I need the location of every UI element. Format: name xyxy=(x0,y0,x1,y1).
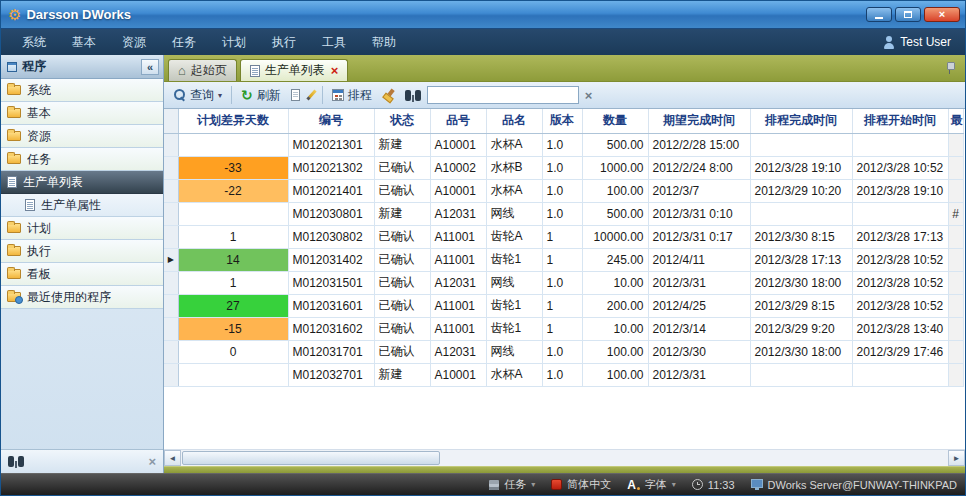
table-row[interactable]: M012032701新建A10001水杯A1.0100.002012/3/31 xyxy=(164,363,963,386)
status-font[interactable]: A 字体 ▾ xyxy=(627,477,676,492)
table-row[interactable]: M012030801新建A12031网线1.0500.002012/3/31 0… xyxy=(164,202,963,225)
cell-expect[interactable]: 2012/4/25 xyxy=(648,294,750,317)
cell-diff[interactable]: 1 xyxy=(178,271,288,294)
cell-sched_start[interactable]: 2012/3/29 17:46 xyxy=(852,340,948,363)
new-button[interactable] xyxy=(287,87,304,103)
cell-part_name[interactable]: 齿轮1 xyxy=(486,248,542,271)
cell-qty[interactable]: 10.00 xyxy=(582,317,648,340)
cell-sched_end[interactable] xyxy=(750,363,852,386)
tab-close-icon[interactable]: × xyxy=(331,64,339,77)
cell-expect[interactable]: 2012/3/31 xyxy=(648,271,750,294)
cell-sched_end[interactable] xyxy=(750,133,852,156)
cell-sched_start[interactable]: 2012/3/28 10:52 xyxy=(852,156,948,179)
cell-diff[interactable]: 27 xyxy=(178,294,288,317)
sidebar-item[interactable]: 最近使用的程序 xyxy=(1,286,163,309)
menu-item-1[interactable]: 系统 xyxy=(9,34,59,51)
cell-part_no[interactable]: A12031 xyxy=(430,271,486,294)
table-row[interactable]: 1M012031501已确认A12031网线1.010.002012/3/312… xyxy=(164,271,963,294)
status-language[interactable]: 简体中文 xyxy=(551,477,611,492)
column-header[interactable]: 期望完成时间 xyxy=(648,109,750,133)
cell-sched_end[interactable]: 2012/3/28 19:10 xyxy=(750,156,852,179)
cell-part_no[interactable]: A11001 xyxy=(430,248,486,271)
cell-version[interactable]: 1.0 xyxy=(542,179,582,202)
cell-no[interactable]: M012030801 xyxy=(288,202,374,225)
column-header[interactable]: 计划差异天数 xyxy=(178,109,288,133)
cell-sched_start[interactable] xyxy=(852,133,948,156)
cell-diff[interactable] xyxy=(178,133,288,156)
cell-part_no[interactable]: A10001 xyxy=(430,363,486,386)
table-row[interactable]: -15M012031602已确认A11001齿轮1110.002012/3/14… xyxy=(164,317,963,340)
cell-diff[interactable]: 14 xyxy=(178,248,288,271)
cell-sched_start[interactable]: 2012/3/28 10:52 xyxy=(852,248,948,271)
column-header[interactable]: 品名 xyxy=(486,109,542,133)
cell-status[interactable]: 已确认 xyxy=(374,294,430,317)
cell-part_name[interactable]: 网线 xyxy=(486,340,542,363)
query-button[interactable]: 查询 ▾ xyxy=(170,85,226,106)
cell-status[interactable]: 新建 xyxy=(374,363,430,386)
menu-item-3[interactable]: 资源 xyxy=(109,34,159,51)
cell-part_name[interactable]: 齿轮A xyxy=(486,225,542,248)
table-row[interactable]: -22M012021401已确认A10001水杯A1.0100.002012/3… xyxy=(164,179,963,202)
sidebar-item[interactable]: 资源 xyxy=(1,125,163,148)
cell-status[interactable]: 新建 xyxy=(374,133,430,156)
cell-extra[interactable] xyxy=(948,225,963,248)
cell-extra[interactable] xyxy=(948,156,963,179)
column-header[interactable]: 编号 xyxy=(288,109,374,133)
brush-button[interactable] xyxy=(378,87,399,104)
column-header[interactable]: 数量 xyxy=(582,109,648,133)
cell-status[interactable]: 已确认 xyxy=(374,179,430,202)
cell-part_no[interactable]: A10001 xyxy=(430,133,486,156)
cell-sched_end[interactable]: 2012/3/28 17:13 xyxy=(750,248,852,271)
edit-button[interactable] xyxy=(306,87,317,103)
table-row[interactable]: 0M012031701已确认A12031网线1.0100.002012/3/30… xyxy=(164,340,963,363)
cell-diff[interactable]: 1 xyxy=(178,225,288,248)
cell-no[interactable]: M012021301 xyxy=(288,133,374,156)
cell-diff[interactable] xyxy=(178,202,288,225)
cell-qty[interactable]: 10000.00 xyxy=(582,225,648,248)
sidebar-item[interactable]: 基本 xyxy=(1,102,163,125)
sidebar-item[interactable]: 系统 xyxy=(1,79,163,102)
maximize-button[interactable] xyxy=(895,7,921,22)
column-header[interactable]: 状态 xyxy=(374,109,430,133)
cell-status[interactable]: 已确认 xyxy=(374,225,430,248)
cell-part_name[interactable]: 水杯A xyxy=(486,133,542,156)
scrollbar-thumb[interactable] xyxy=(182,451,440,465)
menu-item-2[interactable]: 基本 xyxy=(59,34,109,51)
cell-no[interactable]: M012031701 xyxy=(288,340,374,363)
pin-icon[interactable] xyxy=(945,62,955,74)
schedule-button[interactable]: 排程 xyxy=(328,85,376,106)
cell-qty[interactable]: 245.00 xyxy=(582,248,648,271)
cell-qty[interactable]: 200.00 xyxy=(582,294,648,317)
cell-part_name[interactable]: 齿轮1 xyxy=(486,294,542,317)
cell-extra[interactable] xyxy=(948,133,963,156)
table-row[interactable]: 1M012030802已确认A11001齿轮A110000.002012/3/3… xyxy=(164,225,963,248)
cell-status[interactable]: 已确认 xyxy=(374,271,430,294)
cell-no[interactable]: M012021302 xyxy=(288,156,374,179)
cell-sched_start[interactable]: 2012/3/28 19:10 xyxy=(852,179,948,202)
cell-sched_end[interactable]: 2012/3/30 8:15 xyxy=(750,225,852,248)
cell-expect[interactable]: 2012/3/14 xyxy=(648,317,750,340)
cell-extra[interactable] xyxy=(948,248,963,271)
cell-version[interactable]: 1.0 xyxy=(542,363,582,386)
cell-expect[interactable]: 2012/3/7 xyxy=(648,179,750,202)
status-task[interactable]: 任务 ▾ xyxy=(489,477,535,492)
cell-no[interactable]: M012031601 xyxy=(288,294,374,317)
minimize-button[interactable] xyxy=(866,7,892,22)
cell-extra[interactable] xyxy=(948,340,963,363)
cell-version[interactable]: 1.0 xyxy=(542,340,582,363)
menu-item-5[interactable]: 计划 xyxy=(209,34,259,51)
cell-diff[interactable]: -33 xyxy=(178,156,288,179)
tab-production-order-list[interactable]: 生产单列表 × xyxy=(240,59,349,81)
cell-sched_end[interactable]: 2012/3/29 10:20 xyxy=(750,179,852,202)
sidebar-item[interactable]: 看板 xyxy=(1,263,163,286)
cell-sched_start[interactable]: 2012/3/28 10:52 xyxy=(852,271,948,294)
cell-status[interactable]: 已确认 xyxy=(374,340,430,363)
clear-icon[interactable]: × xyxy=(148,455,156,468)
cell-no[interactable]: M012021401 xyxy=(288,179,374,202)
cell-status[interactable]: 已确认 xyxy=(374,317,430,340)
cell-version[interactable]: 1.0 xyxy=(542,271,582,294)
collapse-sidebar-button[interactable]: « xyxy=(141,59,159,75)
sidebar-item[interactable]: 生产单列表 xyxy=(1,171,163,194)
table-row[interactable]: M012021301新建A10001水杯A1.0500.002012/2/28 … xyxy=(164,133,963,156)
cell-sched_end[interactable]: 2012/3/30 18:00 xyxy=(750,340,852,363)
